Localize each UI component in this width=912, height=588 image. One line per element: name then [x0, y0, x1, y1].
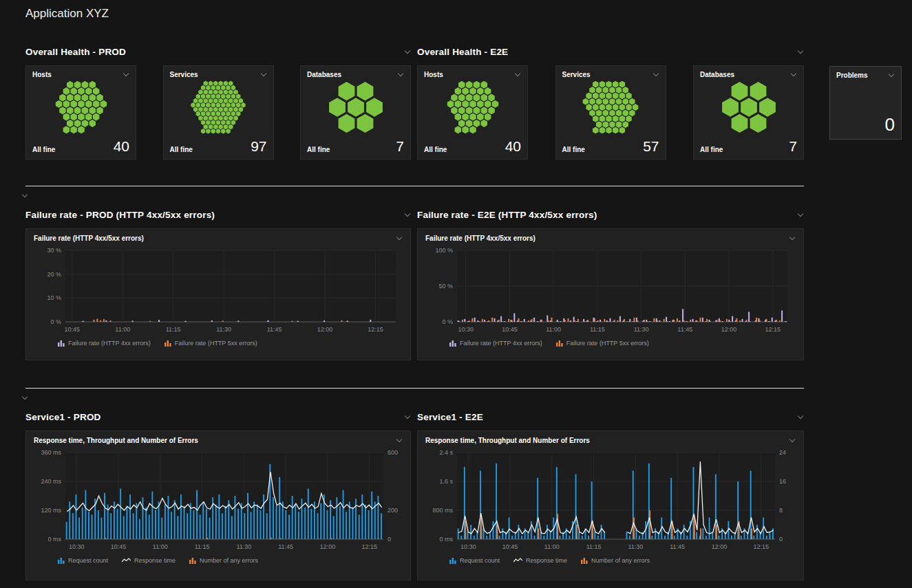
chevron-down-icon[interactable] — [404, 413, 411, 420]
chevron-down-icon[interactable] — [653, 71, 659, 78]
tile-title: Databases — [700, 71, 734, 78]
tile-title: Databases — [307, 71, 341, 78]
tile-title: Hosts — [32, 71, 52, 78]
chevron-down-icon[interactable] — [396, 437, 403, 444]
chart-tile-service1-prod[interactable]: Response time, Throughput and Number of … — [25, 431, 411, 580]
svg-text:2.4 s: 2.4 s — [439, 449, 453, 456]
chart-tile-service1-e2e[interactable]: Response time, Throughput and Number of … — [417, 431, 804, 580]
health-tile-services-prod[interactable]: Services All fine 97 — [163, 65, 274, 160]
legend-item[interactable]: Number of any errors — [189, 557, 258, 564]
health-tile-databases-prod[interactable]: Databases All fine 7 — [300, 65, 411, 160]
failure-rate-chart-prod[interactable]: 0 %10 %20 %30 %10:4511:0011:1511:3011:45… — [34, 245, 404, 334]
chevron-down-icon[interactable] — [888, 72, 895, 78]
svg-text:12:15: 12:15 — [765, 326, 781, 333]
entity-count: 97 — [251, 139, 266, 153]
chart-tile-failure-e2e[interactable]: Failure rate (HTTP 4xx/5xx errors) 0 %50… — [417, 228, 804, 360]
svg-text:10:30: 10:30 — [458, 326, 474, 333]
section-title: Failure rate - E2E (HTTP 4xx/5xx errors) — [417, 210, 597, 220]
chevron-down-icon[interactable] — [797, 48, 804, 55]
chart-title: Failure rate (HTTP 4xx/5xx errors) — [34, 235, 144, 242]
svg-text:11:00: 11:00 — [153, 543, 168, 550]
bars-icon — [556, 340, 563, 347]
svg-text:240 ms: 240 ms — [41, 478, 61, 485]
chart-legend: Request countResponse timeNumber of any … — [34, 557, 403, 564]
row-divider — [25, 186, 804, 199]
legend-item[interactable]: Failure rate (HTTP 5xx errors) — [556, 340, 649, 347]
entity-count: 7 — [396, 139, 404, 153]
svg-text:1.6 s: 1.6 s — [439, 478, 453, 485]
legend-item[interactable]: Failure rate (HTTP 5xx errors) — [165, 340, 257, 347]
legend-label: Response time — [134, 557, 176, 564]
svg-text:11:30: 11:30 — [236, 543, 251, 550]
dashboard-page: Application XYZ Overall Health - PROD Ho… — [0, 0, 912, 588]
bars-icon — [58, 557, 65, 564]
legend-label: Request count — [460, 557, 500, 564]
legend-label: Request count — [68, 557, 108, 564]
chevron-down-icon[interactable] — [123, 71, 129, 78]
chevron-down-icon[interactable] — [404, 211, 411, 218]
chevron-down-icon[interactable] — [797, 413, 804, 420]
health-tile-services-e2e[interactable]: Services All fine 57 — [555, 65, 666, 160]
chevron-down-icon[interactable] — [396, 235, 403, 241]
service1-chart-prod[interactable]: 0 ms120 ms240 ms360 ms020060010:3010:451… — [34, 447, 404, 552]
svg-text:24: 24 — [779, 449, 786, 456]
health-status: All fine — [170, 146, 193, 153]
legend-item[interactable]: Failure rate (HTTP 4xx errors) — [449, 340, 542, 347]
chevron-down-icon[interactable] — [790, 71, 797, 78]
svg-text:11:45: 11:45 — [670, 543, 685, 550]
legend-label: Number of any errors — [591, 557, 650, 564]
legend-item[interactable]: Request count — [58, 557, 108, 564]
svg-text:11:00: 11:00 — [115, 326, 130, 333]
health-status: All fine — [700, 146, 723, 153]
chevron-down-icon[interactable] — [797, 211, 804, 218]
chevron-down-icon[interactable] — [260, 71, 267, 78]
health-tile-databases-e2e[interactable]: Databases All fine 7 — [693, 65, 804, 160]
section-service1-e2e: Service1 - E2E Response time, Throughput… — [417, 411, 804, 580]
chevron-down-icon[interactable] — [789, 437, 796, 444]
legend-item[interactable]: Request count — [449, 557, 500, 564]
svg-text:0 ms: 0 ms — [47, 536, 61, 543]
svg-text:10:45: 10:45 — [502, 326, 518, 333]
legend-item[interactable]: Number of any errors — [581, 557, 650, 564]
legend-item[interactable]: Response time — [122, 557, 176, 564]
legend-item[interactable]: Response time — [513, 557, 567, 564]
health-hex-grid — [33, 80, 129, 134]
bars-icon — [58, 340, 65, 347]
chevron-down-icon[interactable] — [404, 48, 411, 55]
svg-text:11:30: 11:30 — [634, 326, 649, 333]
section-failure-prod: Failure rate - PROD (HTTP 4xx/5xx errors… — [25, 208, 411, 360]
svg-text:12:15: 12:15 — [753, 543, 769, 550]
section-title: Failure rate - PROD (HTTP 4xx/5xx errors… — [25, 210, 215, 220]
tile-title: Hosts — [424, 71, 443, 78]
svg-text:12:15: 12:15 — [361, 543, 377, 550]
legend-label: Number of any errors — [200, 557, 258, 564]
health-tile-hosts-e2e[interactable]: Hosts All fine 40 — [417, 65, 528, 160]
bars-icon — [165, 340, 171, 347]
svg-text:10:45: 10:45 — [111, 543, 127, 550]
svg-text:0 %: 0 % — [442, 318, 453, 325]
failure-rate-chart-e2e[interactable]: 0 %50 %100 %10:3010:4511:0011:1511:3011:… — [425, 245, 796, 334]
health-tile-hosts-prod[interactable]: Hosts All fine 40 — [25, 65, 136, 160]
svg-text:100 %: 100 % — [435, 247, 453, 254]
svg-text:10:30: 10:30 — [460, 543, 476, 550]
svg-text:0: 0 — [779, 536, 783, 543]
svg-text:10:45: 10:45 — [502, 543, 518, 550]
svg-text:11:15: 11:15 — [586, 543, 602, 550]
chevron-down-icon[interactable] — [21, 394, 28, 401]
svg-text:800 ms: 800 ms — [432, 507, 453, 514]
health-status: All fine — [32, 146, 55, 153]
legend-item[interactable]: Failure rate (HTTP 4xx errors) — [58, 340, 151, 347]
chevron-down-icon[interactable] — [397, 71, 404, 78]
entity-count: 57 — [643, 139, 659, 153]
legend-label: Failure rate (HTTP 5xx errors) — [175, 340, 257, 347]
chart-tile-failure-prod[interactable]: Failure rate (HTTP 4xx/5xx errors) 0 %10… — [25, 228, 411, 360]
chevron-down-icon[interactable] — [514, 71, 521, 78]
chevron-down-icon[interactable] — [789, 235, 796, 241]
service1-chart-e2e[interactable]: 0 ms800 ms1.6 s2.4 s08162410:3010:4511:0… — [425, 447, 796, 552]
section-title: Service1 - PROD — [25, 412, 101, 422]
chevron-down-icon[interactable] — [21, 192, 28, 199]
bars-icon — [189, 557, 196, 564]
health-hex-grid — [701, 80, 797, 134]
problems-tile[interactable]: Problems 0 — [829, 66, 902, 140]
entity-count: 7 — [789, 139, 797, 153]
